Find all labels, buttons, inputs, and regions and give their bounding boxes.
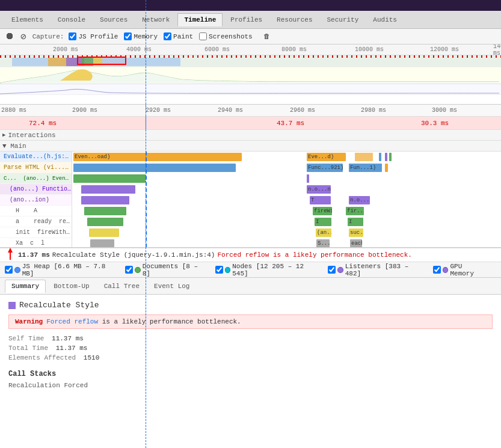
bar-parse-3[interactable]: Fun...1) xyxy=(349,164,382,172)
tab-sources[interactable]: Sources xyxy=(93,13,134,26)
capture-screenshots[interactable]: Screenshots xyxy=(199,32,253,40)
event-label-init[interactable]: init fireWith fir...ith xyxy=(0,227,72,238)
bar-h-3[interactable]: fir...ith xyxy=(346,207,364,215)
tab-audits[interactable]: Audits xyxy=(366,13,404,26)
capture-screenshots-checkbox[interactable] xyxy=(199,32,207,40)
bar-init[interactable] xyxy=(89,229,119,237)
events-right-col[interactable]: Even...oad) Eve...d) Func...921) Fun...1… xyxy=(72,152,501,247)
bar-h[interactable] xyxy=(84,207,126,215)
bar-ready-3[interactable]: I xyxy=(348,218,363,226)
event-label-ano2[interactable]: (ano...ion) xyxy=(0,195,72,206)
memory-listeners-checkbox[interactable] xyxy=(328,266,336,274)
stat-total-time-value: 11.37 ms xyxy=(56,345,88,352)
bar-xa[interactable] xyxy=(90,239,114,247)
bar-init-3[interactable]: suc...ss xyxy=(349,229,363,237)
frame-time-2: 43.7 ms xyxy=(277,120,304,127)
bar-h-2[interactable]: fireWith xyxy=(313,207,332,215)
events-left-col: Evaluate...(h.js:1) Parse HTML (vi...com… xyxy=(0,152,72,247)
tab-profiles[interactable]: Profiles xyxy=(224,13,269,26)
record-button[interactable]: ⏺ xyxy=(5,31,14,42)
gpu-label: GPU Memory xyxy=(450,263,488,277)
bar-ano-3[interactable]: n.o...ge xyxy=(349,196,370,204)
summary-content: Recalculate Style WarningForced reflow i… xyxy=(0,295,501,395)
listeners-label: Listeners [383 – 482] xyxy=(345,263,425,277)
events-cursor-line xyxy=(146,152,147,247)
bar-func-2[interactable]: n.o...nge xyxy=(307,185,331,194)
event-label-func[interactable]: (ano...) Function...js:4) Fun...66) xyxy=(0,184,72,195)
bar-ready[interactable] xyxy=(87,218,123,226)
memory-js-heap[interactable]: JS Heap [6.6 MB – 7.8 MB] xyxy=(5,263,117,277)
ruler-tick-8000: 8000 ms xyxy=(281,46,307,53)
capture-paint[interactable]: Paint xyxy=(164,32,193,40)
tab-console[interactable]: Console xyxy=(51,13,92,26)
event-label-c[interactable]: C... (ano...) Event (DOMContentLoaded) xyxy=(0,173,72,184)
trash-icon[interactable]: 🗑 xyxy=(263,32,270,40)
bar-xa-2[interactable]: S...e xyxy=(316,239,330,247)
event-label-xa[interactable]: Xa c l xyxy=(0,238,72,247)
bottom-tabs: Summary Bottom-Up Call Tree Event Log xyxy=(0,278,501,295)
memory-gpu[interactable]: GPU Memory xyxy=(433,263,488,277)
event-label-0[interactable]: Evaluate...(h.js:1) xyxy=(0,152,72,162)
event-row-2 xyxy=(72,173,501,184)
event-label-parse[interactable]: Parse HTML (vi...com/) xyxy=(0,162,72,173)
memory-documents[interactable]: Documents [8 – 8] xyxy=(125,263,206,277)
bar-ano-2[interactable]: T xyxy=(310,196,331,204)
tab-network[interactable]: Network xyxy=(135,13,176,26)
events-area[interactable]: Evaluate...(h.js:1) Parse HTML (vi...com… xyxy=(0,152,501,248)
interactions-label: Interactions xyxy=(8,132,55,139)
memory-listeners[interactable]: Listeners [383 – 482] xyxy=(328,263,425,277)
tab-event-log[interactable]: Event Log xyxy=(147,280,196,293)
warning-link[interactable]: Forced reflow xyxy=(46,318,98,325)
scale-3000: 3000 ms xyxy=(432,107,457,114)
window-decoration xyxy=(0,0,501,11)
bar-ready-2[interactable]: I xyxy=(315,218,331,226)
recalc-color-box xyxy=(8,302,16,309)
bar-parse-2[interactable]: Func...921) xyxy=(307,164,343,172)
capture-js-profile[interactable]: JS Profile xyxy=(69,32,118,40)
warning-box: WarningForced reflow is a likely perform… xyxy=(8,315,493,329)
bar-evaluate-1[interactable]: Even...oad) xyxy=(73,153,242,161)
memory-js-heap-checkbox[interactable] xyxy=(5,266,13,274)
call-stack-item[interactable]: Recalculation Forced xyxy=(8,382,493,389)
bar-func[interactable] xyxy=(81,185,135,194)
tooltip-bar: 11.37 ms Recalculate Style (jquery-1.9.1… xyxy=(0,248,501,262)
tab-elements[interactable]: Elements xyxy=(5,13,50,26)
bar-parse[interactable] xyxy=(73,164,236,172)
tab-timeline[interactable]: Timeline xyxy=(177,13,223,26)
bar-dom[interactable] xyxy=(73,174,146,183)
bar-init-2[interactable]: (an...on) xyxy=(316,229,331,237)
tab-call-tree[interactable]: Call Tree xyxy=(97,280,146,293)
memory-nodes[interactable]: Nodes [12 205 – 12 545] xyxy=(215,263,319,277)
bar-sm-1 xyxy=(379,153,381,161)
capture-memory-checkbox[interactable] xyxy=(124,32,132,40)
tab-resources[interactable]: Resources xyxy=(270,13,319,26)
scale-2960: 2960 ms xyxy=(290,107,315,114)
timeline-overview[interactable]: 2000 ms 4000 ms 6000 ms 8000 ms 10000 ms… xyxy=(0,44,501,105)
bar-ano[interactable] xyxy=(81,196,129,204)
memory-gpu-checkbox[interactable] xyxy=(433,266,441,274)
timeline-tracks xyxy=(0,55,501,105)
bar-xa-3[interactable]: each xyxy=(350,239,362,247)
capture-js-profile-checkbox[interactable] xyxy=(69,32,76,40)
nodes-dot xyxy=(225,267,231,273)
selection-box[interactable] xyxy=(77,57,126,65)
bar-evaluate-3[interactable] xyxy=(355,153,373,161)
memory-nodes-checkbox[interactable] xyxy=(215,266,223,274)
tab-security[interactable]: Security xyxy=(321,13,366,26)
capture-paint-label: Paint xyxy=(173,33,193,40)
bar-sm-2 xyxy=(385,153,387,161)
bar-evaluate-2[interactable]: Eve...d) xyxy=(307,153,346,161)
call-stacks-title: Call Stacks xyxy=(8,370,493,378)
js-heap-label: JS Heap [6.6 MB – 7.8 MB] xyxy=(22,263,117,277)
memory-documents-checkbox[interactable] xyxy=(125,266,133,274)
tab-summary[interactable]: Summary xyxy=(5,280,46,293)
event-label-a[interactable]: a ready ready xyxy=(0,216,72,227)
documents-dot xyxy=(135,267,141,273)
stop-button[interactable]: ⊘ xyxy=(20,31,26,43)
tab-bottom-up[interactable]: Bottom-Up xyxy=(47,280,96,293)
timeline-scale: 2880 ms 2900 ms 2920 ms 2940 ms 2960 ms … xyxy=(0,105,501,117)
event-label-h[interactable]: H A xyxy=(0,206,72,216)
capture-paint-checkbox[interactable] xyxy=(164,32,171,40)
frame-time-1: 72.4 ms xyxy=(29,120,57,127)
capture-memory[interactable]: Memory xyxy=(124,32,158,40)
